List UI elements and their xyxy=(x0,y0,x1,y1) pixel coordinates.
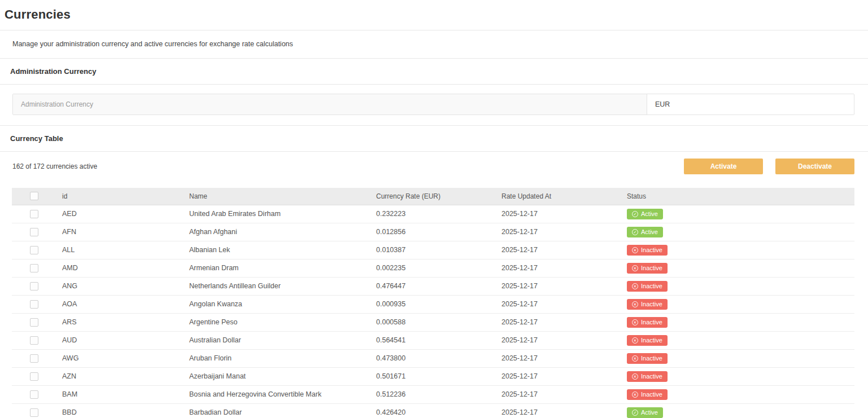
status-badge-label: Inactive xyxy=(641,319,662,325)
x-circle-icon: ✕ xyxy=(632,301,638,307)
currencies-page: Currencies Manage your administration cu… xyxy=(0,0,868,418)
table-row: ARSArgentine Peso0.0005882025-12-17✕Inac… xyxy=(12,313,854,331)
row-checkbox-cell xyxy=(12,295,57,313)
row-checkbox-cell xyxy=(12,367,57,385)
activate-button[interactable]: Activate xyxy=(684,159,763,174)
currency-rate-cell: 0.564541 xyxy=(371,331,496,349)
x-circle-icon: ✕ xyxy=(632,355,638,362)
currency-rate-cell: 0.002235 xyxy=(371,259,496,277)
status-badge-label: Active xyxy=(641,228,658,235)
row-checkbox-cell xyxy=(12,259,57,277)
status-cell: ✕Inactive xyxy=(622,385,854,403)
row-checkbox[interactable] xyxy=(30,300,38,309)
rate-updated-cell: 2025-12-17 xyxy=(496,205,622,223)
currency-name-cell: Angolan Kwanza xyxy=(184,295,371,313)
row-checkbox[interactable] xyxy=(30,210,38,218)
row-checkbox[interactable] xyxy=(30,282,38,291)
row-checkbox[interactable] xyxy=(30,372,38,381)
status-badge: ✓Active xyxy=(627,407,663,418)
status-badge: ✕Inactive xyxy=(627,245,668,256)
currency-id-cell: AFN xyxy=(57,223,184,241)
admin-section-header: Administration Currency xyxy=(0,59,868,85)
currency-rate-cell: 0.012856 xyxy=(371,223,496,241)
row-checkbox-cell xyxy=(12,403,57,418)
status-badge: ✕Inactive xyxy=(627,317,668,328)
row-checkbox[interactable] xyxy=(30,264,38,272)
currency-name-cell: Albanian Lek xyxy=(184,241,371,259)
status-cell: ✕Inactive xyxy=(622,331,854,349)
column-header-updated[interactable]: Rate Updated At xyxy=(496,188,622,205)
status-cell: ✕Inactive xyxy=(622,277,854,295)
page-header: Currencies xyxy=(0,0,868,30)
table-row: AZNAzerbaijani Manat0.5016712025-12-17✕I… xyxy=(12,367,854,385)
status-badge-label: Inactive xyxy=(641,283,662,289)
table-row: BBDBarbadian Dollar0.4264202025-12-17✓Ac… xyxy=(12,403,854,418)
status-cell: ✓Active xyxy=(622,403,854,418)
row-checkbox[interactable] xyxy=(30,390,38,399)
rate-updated-cell: 2025-12-17 xyxy=(496,259,622,277)
currency-id-cell: AUD xyxy=(57,331,184,349)
currency-table-title: Currency Table xyxy=(10,134,857,143)
currency-id-cell: ALL xyxy=(57,241,184,259)
row-checkbox-cell xyxy=(12,385,57,403)
status-cell: ✕Inactive xyxy=(622,259,854,277)
administration-currency-field[interactable]: Administration Currency EUR xyxy=(12,94,854,115)
status-badge: ✕Inactive xyxy=(627,353,668,364)
row-checkbox[interactable] xyxy=(30,354,38,363)
status-badge: ✕Inactive xyxy=(627,389,668,400)
table-row: AWGAruban Florin0.4738002025-12-17✕Inact… xyxy=(12,349,854,367)
currency-id-cell: ARS xyxy=(57,313,184,331)
administration-currency-value[interactable]: EUR xyxy=(647,94,854,115)
currency-rate-cell: 0.232223 xyxy=(371,205,496,223)
check-circle-icon: ✓ xyxy=(632,211,638,217)
currency-id-cell: AWG xyxy=(57,349,184,367)
column-header-rate[interactable]: Currency Rate (EUR) xyxy=(371,188,496,205)
column-header-status[interactable]: Status xyxy=(622,188,854,205)
currency-name-cell: Barbadian Dollar xyxy=(184,403,371,418)
column-header-id[interactable]: id xyxy=(57,188,184,205)
check-circle-icon: ✓ xyxy=(632,410,638,416)
rate-updated-cell: 2025-12-17 xyxy=(496,367,622,385)
select-all-checkbox[interactable] xyxy=(30,192,38,200)
status-badge: ✓Active xyxy=(627,209,663,219)
deactivate-button[interactable]: Deactivate xyxy=(775,159,854,174)
row-checkbox-cell xyxy=(12,349,57,367)
row-checkbox[interactable] xyxy=(30,408,38,417)
status-badge-label: Active xyxy=(641,409,658,416)
table-header-row: id Name Currency Rate (EUR) Rate Updated… xyxy=(12,188,854,205)
administration-currency-label: Administration Currency xyxy=(13,94,647,115)
status-badge: ✕Inactive xyxy=(627,335,668,346)
status-badge-label: Inactive xyxy=(641,391,662,398)
currency-rate-cell: 0.000588 xyxy=(371,313,496,331)
rate-updated-cell: 2025-12-17 xyxy=(496,241,622,259)
row-checkbox[interactable] xyxy=(30,318,38,327)
currency-name-cell: United Arab Emirates Dirham xyxy=(184,205,371,223)
status-badge: ✓Active xyxy=(627,227,663,237)
rate-updated-cell: 2025-12-17 xyxy=(496,403,622,418)
x-circle-icon: ✕ xyxy=(632,319,638,325)
table-row: BAMBosnia and Herzegovina Convertible Ma… xyxy=(12,385,854,403)
currency-rate-cell: 0.000935 xyxy=(371,295,496,313)
column-header-name[interactable]: Name xyxy=(184,188,371,205)
currency-table-toolbar: 162 of 172 currencies active Activate De… xyxy=(0,152,868,182)
status-badge: ✕Inactive xyxy=(627,263,668,274)
row-checkbox[interactable] xyxy=(30,336,38,345)
row-checkbox-cell xyxy=(12,223,57,241)
status-badge: ✕Inactive xyxy=(627,281,668,292)
currency-name-cell: Aruban Florin xyxy=(184,349,371,367)
status-badge-label: Inactive xyxy=(641,265,662,271)
x-circle-icon: ✕ xyxy=(632,283,638,289)
currency-id-cell: AOA xyxy=(57,295,184,313)
status-badge-label: Inactive xyxy=(641,247,662,253)
rate-updated-cell: 2025-12-17 xyxy=(496,349,622,367)
currency-id-cell: ANG xyxy=(57,277,184,295)
table-row: AEDUnited Arab Emirates Dirham0.23222320… xyxy=(12,205,854,223)
currency-id-cell: AMD xyxy=(57,259,184,277)
x-circle-icon: ✕ xyxy=(632,391,638,398)
status-cell: ✕Inactive xyxy=(622,367,854,385)
row-checkbox[interactable] xyxy=(30,228,38,236)
row-checkbox[interactable] xyxy=(30,246,38,254)
status-cell: ✓Active xyxy=(622,223,854,241)
currency-rate-cell: 0.426420 xyxy=(371,403,496,418)
status-cell: ✕Inactive xyxy=(622,241,854,259)
